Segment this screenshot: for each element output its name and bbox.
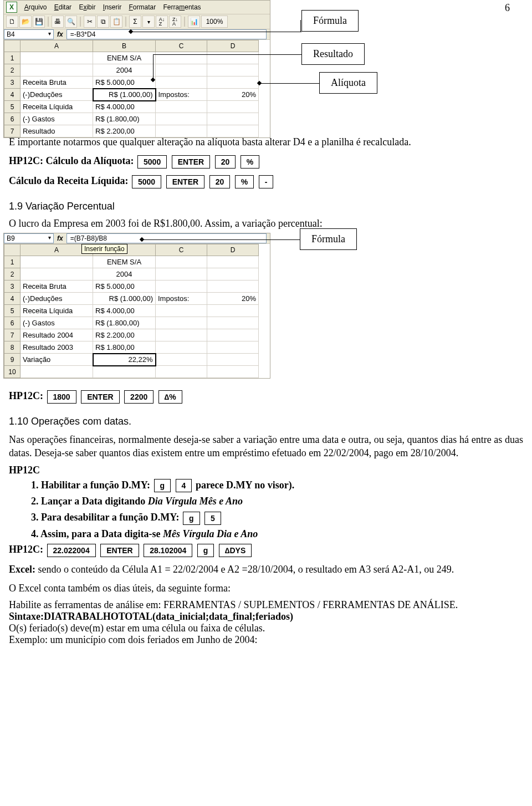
save-icon[interactable]: 💾 — [33, 16, 45, 28]
sort-asc-icon[interactable]: A↓Z — [156, 16, 168, 28]
cell[interactable] — [207, 317, 259, 329]
cell[interactable]: R$ (1.800,00) — [93, 317, 156, 329]
cell[interactable] — [156, 113, 207, 125]
cell[interactable] — [207, 280, 259, 293]
cell[interactable]: ENEM S/A — [93, 52, 156, 64]
selected-cell[interactable]: R$ (1.000,00) — [93, 89, 156, 101]
row-header[interactable]: 3 — [4, 280, 21, 293]
cell[interactable] — [21, 256, 93, 268]
row-header[interactable]: 5 — [4, 305, 21, 317]
row-header[interactable]: 4 — [4, 89, 21, 101]
cell[interactable] — [21, 268, 93, 280]
col-header[interactable]: D — [207, 244, 259, 256]
fx-icon[interactable]: fx — [57, 234, 63, 242]
cell[interactable]: R$ 4.000,00 — [93, 101, 156, 113]
cell[interactable] — [156, 305, 207, 317]
cell[interactable] — [156, 366, 207, 378]
cell[interactable]: (-) Gastos — [21, 317, 93, 329]
selected-cell[interactable]: 22,22% — [93, 354, 156, 366]
cell[interactable]: ENEM S/A — [93, 256, 156, 268]
row-header[interactable]: 4 — [4, 293, 21, 305]
cell[interactable]: Receita Líquida — [21, 305, 93, 317]
cell[interactable] — [207, 101, 259, 113]
cell[interactable]: R$ 4.000,00 — [93, 305, 156, 317]
cell[interactable] — [207, 52, 259, 64]
cell[interactable] — [156, 256, 207, 268]
cell[interactable]: Variação — [21, 354, 93, 366]
preview-icon[interactable]: 🔍 — [65, 16, 77, 28]
row-header[interactable]: 6 — [4, 113, 21, 125]
cell[interactable] — [156, 64, 207, 76]
cell[interactable]: Resultado — [21, 125, 93, 137]
col-header[interactable]: D — [207, 40, 259, 52]
cell[interactable] — [207, 354, 259, 366]
cell[interactable]: 2004 — [93, 64, 156, 76]
cell[interactable] — [156, 101, 207, 113]
autosum-icon[interactable]: Σ — [129, 16, 141, 28]
col-header[interactable]: B — [93, 40, 156, 52]
cell[interactable]: R$ (1.000,00) — [93, 293, 156, 305]
cell[interactable] — [207, 305, 259, 317]
cell[interactable] — [21, 64, 93, 76]
cell[interactable] — [207, 366, 259, 378]
cell[interactable]: Impostos: — [156, 89, 207, 101]
menu-exibir[interactable]: Exibir — [79, 3, 95, 11]
col-header[interactable]: A — [21, 40, 93, 52]
cell[interactable]: R$ (1.800,00) — [93, 113, 156, 125]
row-header[interactable]: 5 — [4, 101, 21, 113]
cell[interactable]: Impostos: — [156, 293, 207, 305]
cell[interactable]: Resultado 2003 — [21, 341, 93, 354]
cell[interactable]: Receita Líquida — [21, 101, 93, 113]
chart-icon[interactable]: 📊 — [188, 16, 200, 28]
row-header[interactable]: 1 — [4, 256, 21, 268]
cell[interactable] — [156, 354, 207, 366]
cell[interactable]: (-)Deduções — [21, 89, 93, 101]
col-header[interactable]: C — [156, 244, 207, 256]
cell[interactable]: 20% — [207, 89, 259, 101]
cell[interactable] — [207, 329, 259, 341]
cut-icon[interactable]: ✂ — [84, 16, 96, 28]
row-header[interactable]: 10 — [4, 366, 21, 378]
cell[interactable] — [207, 268, 259, 280]
cell[interactable] — [93, 366, 156, 378]
cell[interactable]: R$ 2.200,00 — [93, 329, 156, 341]
row-header[interactable]: 1 — [4, 52, 21, 64]
cell[interactable] — [156, 329, 207, 341]
menu-ferramentas[interactable]: Ferramentas — [163, 3, 201, 11]
name-box[interactable]: B9▾ — [4, 233, 54, 243]
row-header[interactable]: 6 — [4, 317, 21, 329]
excel-grid-2[interactable]: A B C D 1ENEM S/A 22004 3Receita BrutaR$… — [4, 244, 259, 378]
copy-icon[interactable]: ⧉ — [97, 16, 109, 28]
cell[interactable] — [21, 366, 93, 378]
cell[interactable]: Receita Bruta — [21, 280, 93, 293]
cell[interactable]: Resultado 2004 — [21, 329, 93, 341]
row-header[interactable]: 9 — [4, 354, 21, 366]
cell[interactable] — [207, 341, 259, 354]
name-box[interactable]: B4▾ — [4, 29, 54, 39]
cell[interactable]: Receita Bruta — [21, 76, 93, 89]
cell[interactable] — [21, 52, 93, 64]
menu-arquivo[interactable]: Arquivo — [24, 3, 47, 11]
formula-bar-content[interactable]: =-B3*D4 — [66, 29, 267, 39]
autosum-dropdown-icon[interactable]: ▾ — [142, 16, 155, 28]
cell[interactable] — [207, 256, 259, 268]
menu-editar[interactable]: Editar — [54, 3, 71, 11]
print-icon[interactable]: 🖶 — [52, 16, 64, 28]
cell[interactable] — [156, 125, 207, 137]
cell[interactable]: R$ 2.200,00 — [93, 125, 156, 137]
cell[interactable] — [207, 64, 259, 76]
cell[interactable] — [207, 113, 259, 125]
cell[interactable]: (-)Deduções — [21, 293, 93, 305]
cell[interactable] — [156, 280, 207, 293]
cell[interactable] — [207, 125, 259, 137]
paste-icon[interactable]: 📋 — [110, 16, 122, 28]
cell[interactable] — [156, 268, 207, 280]
row-header[interactable]: 8 — [4, 341, 21, 354]
cell[interactable] — [156, 52, 207, 64]
cell[interactable] — [156, 317, 207, 329]
new-icon[interactable]: 🗋 — [6, 16, 18, 28]
cell[interactable]: R$ 5.000,00 — [93, 280, 156, 293]
sort-desc-icon[interactable]: Z↓A — [169, 16, 181, 28]
cell[interactable] — [156, 76, 207, 89]
cell[interactable] — [156, 341, 207, 354]
